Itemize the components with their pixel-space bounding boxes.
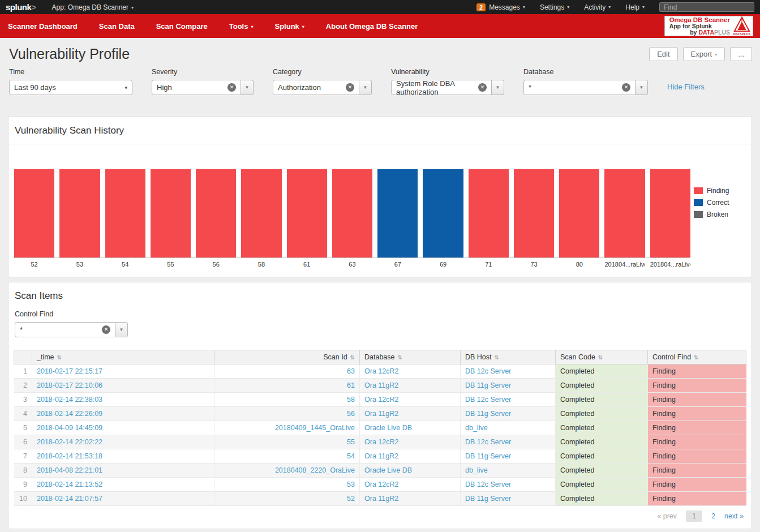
cell-database[interactable]: Ora 11gR2 bbox=[360, 379, 461, 393]
cell-database[interactable]: Oracle Live DB bbox=[360, 464, 461, 478]
cell-time[interactable]: 2018-02-14 22:38:03 bbox=[32, 393, 214, 407]
cell-control-find[interactable]: Finding bbox=[648, 464, 746, 478]
cell-db-host[interactable]: DB 11g Server bbox=[461, 449, 556, 464]
cell-db-host[interactable]: DB 12c Server bbox=[461, 478, 556, 492]
pagination-page-2[interactable]: 2 bbox=[711, 512, 715, 520]
severity-dropdown-button[interactable]: ▼ bbox=[241, 80, 254, 95]
cell-scan-id[interactable]: 63 bbox=[214, 364, 360, 379]
cell-time[interactable]: 2018-02-14 21:07:57 bbox=[32, 492, 214, 506]
messages-menu[interactable]: 2Messages▾ bbox=[476, 3, 525, 11]
cell-time[interactable]: 2018-02-17 22:10:06 bbox=[32, 379, 214, 393]
legend-item-broken[interactable]: Broken bbox=[694, 211, 747, 218]
help-menu[interactable]: Help▾ bbox=[625, 3, 645, 11]
cell-database[interactable]: Ora 12cR2 bbox=[360, 478, 461, 492]
control-find-input[interactable]: * ✕ bbox=[15, 322, 115, 337]
splunk-logo[interactable]: splunk> bbox=[6, 2, 36, 12]
cell-scan-id[interactable]: 53 bbox=[214, 478, 360, 492]
cell-scan-code[interactable]: Completed bbox=[556, 364, 648, 379]
cell-scan-id[interactable]: 61 bbox=[214, 379, 360, 393]
bar-52[interactable] bbox=[14, 169, 54, 258]
cell-database[interactable]: Ora 11gR2 bbox=[360, 492, 461, 506]
legend-item-finding[interactable]: Finding bbox=[694, 187, 747, 195]
cell-control-find[interactable]: Finding bbox=[648, 492, 746, 506]
control-find-dropdown-button[interactable]: ▼ bbox=[115, 322, 128, 337]
cell-scan-code[interactable]: Completed bbox=[556, 379, 648, 393]
edit-button[interactable]: Edit bbox=[649, 47, 677, 61]
cell-db-host[interactable]: DB 11g Server bbox=[461, 407, 556, 421]
clear-icon[interactable]: ✕ bbox=[478, 83, 487, 92]
clear-icon[interactable]: ✕ bbox=[102, 325, 110, 334]
nav-item-scanner-dashboard[interactable]: Scanner Dashboard bbox=[8, 22, 78, 31]
cell-time[interactable]: 2018-02-14 21:13:52 bbox=[32, 478, 214, 492]
cell-database[interactable]: Ora 12cR2 bbox=[360, 393, 461, 407]
column-header-db-host[interactable]: DB Host⇅ bbox=[461, 350, 556, 364]
cell-db-host[interactable]: db_live bbox=[461, 421, 556, 435]
clear-icon[interactable]: ✕ bbox=[346, 83, 354, 92]
column-header-scan-code[interactable]: Scan Code⇅ bbox=[556, 350, 648, 364]
bar-67[interactable] bbox=[377, 169, 418, 258]
bar-55[interactable] bbox=[151, 169, 191, 258]
cell-db-host[interactable]: DB 11g Server bbox=[461, 492, 556, 506]
cell-time[interactable]: 2018-04-09 14:45:09 bbox=[32, 421, 214, 435]
nav-item-tools[interactable]: Tools▾ bbox=[229, 22, 254, 31]
cell-control-find[interactable]: Finding bbox=[648, 393, 746, 407]
database-filter-input[interactable]: * ✕ bbox=[523, 80, 636, 95]
bar-58[interactable] bbox=[241, 169, 281, 258]
bar-201804-ralive[interactable] bbox=[650, 169, 690, 258]
severity-filter-input[interactable]: High ✕ bbox=[152, 80, 241, 95]
cell-scan-id[interactable]: 20180408_2220_OraLive bbox=[214, 464, 360, 478]
cell-scan-id[interactable]: 55 bbox=[214, 435, 360, 449]
cell-database[interactable]: Ora 12cR2 bbox=[360, 364, 461, 379]
bar-69[interactable] bbox=[423, 169, 463, 258]
cell-control-find[interactable]: Finding bbox=[648, 435, 746, 449]
cell-database[interactable]: Ora 12cR2 bbox=[360, 435, 461, 449]
clear-icon[interactable]: ✕ bbox=[622, 83, 630, 92]
cell-scan-id[interactable]: 52 bbox=[214, 492, 360, 506]
pagination-next[interactable]: next » bbox=[724, 512, 744, 520]
column-header-control-find[interactable]: Control Find⇅ bbox=[648, 350, 746, 364]
clear-icon[interactable]: ✕ bbox=[227, 83, 236, 92]
hide-filters-link[interactable]: Hide Filters bbox=[667, 83, 705, 91]
cell-time[interactable]: 2018-02-14 21:53:18 bbox=[32, 449, 214, 464]
cell-scan-code[interactable]: Completed bbox=[556, 464, 648, 478]
cell-scan-code[interactable]: Completed bbox=[556, 435, 648, 449]
cell-db-host[interactable]: DB 12c Server bbox=[461, 393, 556, 407]
pagination-prev[interactable]: « prev bbox=[657, 512, 677, 520]
vulnerability-dropdown-button[interactable]: ▼ bbox=[492, 80, 504, 95]
nav-item-scan-data[interactable]: Scan Data bbox=[99, 22, 135, 31]
bar-53[interactable] bbox=[59, 169, 100, 258]
bar-61[interactable] bbox=[287, 169, 327, 258]
database-dropdown-button[interactable]: ▼ bbox=[636, 80, 648, 95]
cell-scan-id[interactable]: 58 bbox=[214, 393, 360, 407]
cell-time[interactable]: 2018-02-14 22:26:09 bbox=[32, 407, 214, 421]
bar-201804-ralive[interactable] bbox=[604, 169, 645, 258]
cell-scan-id[interactable]: 54 bbox=[214, 449, 360, 464]
bar-73[interactable] bbox=[514, 169, 554, 258]
cell-control-find[interactable]: Finding bbox=[648, 364, 746, 379]
column-header-scan-id[interactable]: Scan Id⇅ bbox=[214, 350, 360, 364]
cell-database[interactable]: Ora 11gR2 bbox=[360, 407, 461, 421]
bar-80[interactable] bbox=[559, 169, 599, 258]
find-input[interactable] bbox=[659, 2, 754, 12]
bar-56[interactable] bbox=[196, 169, 236, 258]
cell-control-find[interactable]: Finding bbox=[648, 478, 746, 492]
cell-time[interactable]: 2018-02-17 22:15:17 bbox=[32, 364, 214, 379]
cell-scan-code[interactable]: Completed bbox=[556, 478, 648, 492]
cell-db-host[interactable]: DB 11g Server bbox=[461, 379, 556, 393]
pagination-page-1[interactable]: 1 bbox=[686, 510, 702, 522]
category-dropdown-button[interactable]: ▼ bbox=[359, 80, 372, 95]
bar-71[interactable] bbox=[469, 169, 509, 258]
nav-item-about-omega-db-scanner[interactable]: About Omega DB Scanner bbox=[326, 22, 418, 31]
cell-scan-code[interactable]: Completed bbox=[556, 421, 648, 435]
nav-item-scan-compare[interactable]: Scan Compare bbox=[156, 22, 208, 31]
cell-database[interactable]: Ora 11gR2 bbox=[360, 449, 461, 464]
bar-63[interactable] bbox=[332, 169, 372, 258]
cell-time[interactable]: 2018-04-08 22:21:01 bbox=[32, 464, 214, 478]
cell-scan-id[interactable]: 20180409_1445_OraLive bbox=[214, 421, 360, 435]
cell-scan-code[interactable]: Completed bbox=[556, 492, 648, 506]
settings-menu[interactable]: Settings▾ bbox=[540, 3, 569, 11]
cell-db-host[interactable]: db_live bbox=[461, 464, 556, 478]
export-button[interactable]: Export▾ bbox=[683, 47, 725, 61]
nav-item-splunk[interactable]: Splunk▾ bbox=[274, 22, 304, 31]
column-header-time[interactable]: _time⇅ bbox=[32, 350, 214, 364]
